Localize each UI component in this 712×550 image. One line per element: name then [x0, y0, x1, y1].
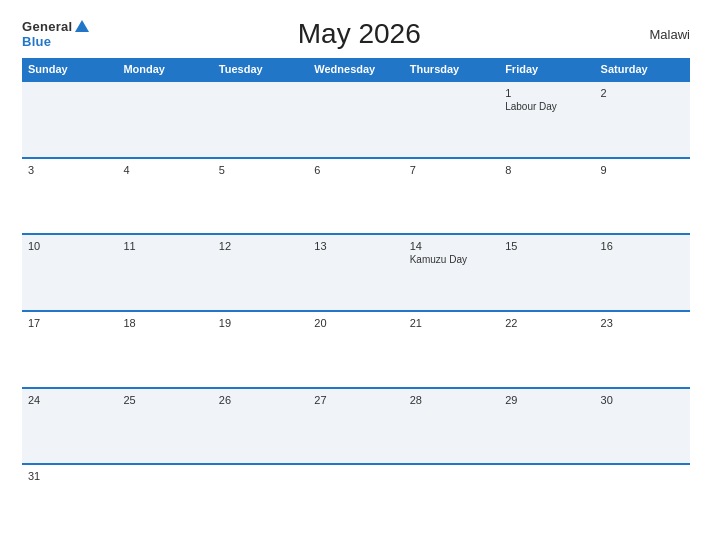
cal-cell-1-3 [213, 82, 308, 157]
cal-cell-3-2: 11 [117, 235, 212, 310]
cal-cell-5-4: 27 [308, 389, 403, 464]
cal-cell-6-1: 31 [22, 465, 117, 540]
header: General Blue May 2026 Malawi [22, 18, 690, 50]
day-number: 11 [123, 240, 206, 252]
page: General Blue May 2026 Malawi Sunday Mond… [0, 0, 712, 550]
cal-cell-2-6: 8 [499, 159, 594, 234]
cal-cell-6-4 [308, 465, 403, 540]
day-number: 29 [505, 394, 588, 406]
cal-cell-5-7: 30 [595, 389, 690, 464]
day-number: 28 [410, 394, 493, 406]
cal-cell-1-6: 1Labour Day [499, 82, 594, 157]
calendar-week-3: 1011121314Kamuzu Day1516 [22, 233, 690, 310]
day-number: 22 [505, 317, 588, 329]
country-label: Malawi [630, 27, 690, 42]
cal-cell-3-4: 13 [308, 235, 403, 310]
day-number: 26 [219, 394, 302, 406]
cal-cell-6-5 [404, 465, 499, 540]
logo-triangle-icon [75, 20, 89, 32]
calendar: Sunday Monday Tuesday Wednesday Thursday… [22, 58, 690, 540]
day-number: 31 [28, 470, 111, 482]
calendar-event: Kamuzu Day [410, 254, 493, 265]
cal-cell-5-2: 25 [117, 389, 212, 464]
day-number: 6 [314, 164, 397, 176]
day-number: 25 [123, 394, 206, 406]
cal-cell-4-1: 17 [22, 312, 117, 387]
calendar-title: May 2026 [89, 18, 630, 50]
cal-cell-4-6: 22 [499, 312, 594, 387]
day-number: 9 [601, 164, 684, 176]
day-number: 3 [28, 164, 111, 176]
cal-cell-5-5: 28 [404, 389, 499, 464]
cal-cell-1-5 [404, 82, 499, 157]
cal-cell-6-6 [499, 465, 594, 540]
day-number: 21 [410, 317, 493, 329]
cal-cell-1-7: 2 [595, 82, 690, 157]
calendar-week-5: 24252627282930 [22, 387, 690, 464]
cal-cell-2-7: 9 [595, 159, 690, 234]
cal-cell-6-3 [213, 465, 308, 540]
logo-blue-text: Blue [22, 34, 51, 49]
cal-cell-4-3: 19 [213, 312, 308, 387]
day-number: 20 [314, 317, 397, 329]
cal-cell-3-5: 14Kamuzu Day [404, 235, 499, 310]
cal-cell-6-2 [117, 465, 212, 540]
day-number: 23 [601, 317, 684, 329]
cal-cell-4-2: 18 [117, 312, 212, 387]
day-number: 4 [123, 164, 206, 176]
day-number: 19 [219, 317, 302, 329]
cal-cell-4-4: 20 [308, 312, 403, 387]
day-number: 16 [601, 240, 684, 252]
cal-cell-2-4: 6 [308, 159, 403, 234]
calendar-week-2: 3456789 [22, 157, 690, 234]
day-number: 17 [28, 317, 111, 329]
calendar-header-row: Sunday Monday Tuesday Wednesday Thursday… [22, 58, 690, 80]
day-number: 8 [505, 164, 588, 176]
cal-cell-5-6: 29 [499, 389, 594, 464]
cal-cell-1-2 [117, 82, 212, 157]
day-number: 18 [123, 317, 206, 329]
calendar-week-6: 31 [22, 463, 690, 540]
col-friday: Friday [499, 58, 594, 80]
cal-cell-2-1: 3 [22, 159, 117, 234]
calendar-body: 1Labour Day234567891011121314Kamuzu Day1… [22, 80, 690, 540]
col-sunday: Sunday [22, 58, 117, 80]
day-number: 13 [314, 240, 397, 252]
cal-cell-4-5: 21 [404, 312, 499, 387]
calendar-week-4: 17181920212223 [22, 310, 690, 387]
day-number: 7 [410, 164, 493, 176]
cal-cell-3-3: 12 [213, 235, 308, 310]
cal-cell-5-3: 26 [213, 389, 308, 464]
col-monday: Monday [117, 58, 212, 80]
day-number: 15 [505, 240, 588, 252]
day-number: 1 [505, 87, 588, 99]
day-number: 5 [219, 164, 302, 176]
calendar-event: Labour Day [505, 101, 588, 112]
cal-cell-3-7: 16 [595, 235, 690, 310]
col-thursday: Thursday [404, 58, 499, 80]
cal-cell-2-3: 5 [213, 159, 308, 234]
cal-cell-3-6: 15 [499, 235, 594, 310]
calendar-week-1: 1Labour Day2 [22, 80, 690, 157]
logo-general-text: General [22, 19, 73, 34]
col-tuesday: Tuesday [213, 58, 308, 80]
day-number: 30 [601, 394, 684, 406]
col-saturday: Saturday [595, 58, 690, 80]
cal-cell-2-5: 7 [404, 159, 499, 234]
day-number: 10 [28, 240, 111, 252]
day-number: 14 [410, 240, 493, 252]
day-number: 27 [314, 394, 397, 406]
logo: General Blue [22, 19, 89, 49]
cal-cell-3-1: 10 [22, 235, 117, 310]
cal-cell-4-7: 23 [595, 312, 690, 387]
cal-cell-5-1: 24 [22, 389, 117, 464]
cal-cell-1-1 [22, 82, 117, 157]
cal-cell-2-2: 4 [117, 159, 212, 234]
cal-cell-6-7 [595, 465, 690, 540]
col-wednesday: Wednesday [308, 58, 403, 80]
day-number: 12 [219, 240, 302, 252]
day-number: 2 [601, 87, 684, 99]
day-number: 24 [28, 394, 111, 406]
cal-cell-1-4 [308, 82, 403, 157]
